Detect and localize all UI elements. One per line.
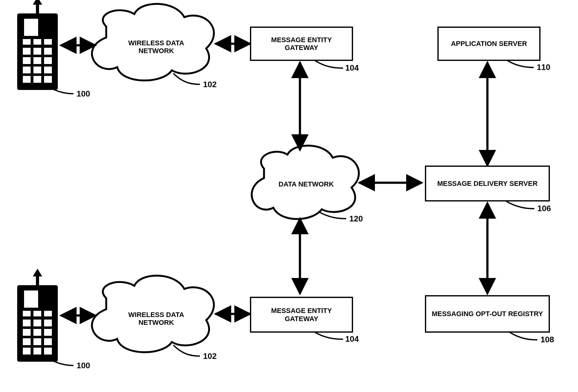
- svg-rect-5: [33, 39, 41, 45]
- svg-rect-9: [44, 48, 52, 55]
- ref-appsrv: 110: [537, 62, 550, 72]
- wireless-data-network-top-cloud: [92, 4, 214, 80]
- leader-wdn-top: [173, 73, 200, 84]
- wireless-data-network-bottom-cloud: [92, 275, 214, 352]
- svg-rect-28: [44, 320, 52, 326]
- svg-rect-29: [23, 329, 31, 336]
- ref-wdn-top: 102: [203, 80, 217, 89]
- svg-rect-24: [33, 311, 41, 316]
- application-server: APPLICATION SERVER: [437, 27, 541, 61]
- svg-rect-0: [36, 5, 39, 14]
- svg-rect-23: [23, 311, 31, 316]
- message-entity-gateway-bottom: MESSAGE ENTITY GATEWAY: [250, 297, 353, 333]
- node-label: WIRELESS DATA NETWORK: [117, 311, 195, 327]
- ref-mds: 106: [537, 204, 551, 213]
- svg-rect-10: [23, 57, 31, 64]
- svg-rect-3: [24, 19, 38, 36]
- leader-wdn-bot: [173, 345, 200, 356]
- leader-datanet: [319, 212, 346, 219]
- svg-rect-19: [36, 276, 39, 286]
- svg-rect-35: [23, 348, 31, 355]
- messaging-opt-out-registry: MESSAGING OPT-OUT REGISTRY: [425, 295, 550, 333]
- svg-rect-16: [23, 76, 31, 83]
- leader-meg-top: [315, 60, 343, 68]
- node-label: DATA NETWORK: [279, 180, 334, 188]
- svg-rect-27: [33, 320, 41, 326]
- svg-rect-33: [33, 338, 41, 345]
- svg-rect-6: [44, 39, 52, 45]
- svg-rect-31: [44, 329, 52, 336]
- svg-rect-4: [23, 39, 31, 45]
- ref-phone-top: 100: [77, 89, 90, 99]
- svg-rect-22: [24, 290, 38, 308]
- leader-registry: [509, 332, 537, 340]
- node-label: MESSAGE ENTITY GATEWAY: [254, 36, 349, 52]
- ref-wdn-bot: 102: [203, 351, 217, 361]
- ref-phone-bot: 100: [77, 361, 90, 370]
- ref-registry: 108: [541, 335, 554, 345]
- svg-rect-12: [44, 57, 52, 64]
- wireless-data-network-bottom-label: WIRELESS DATA NETWORK: [117, 301, 195, 336]
- svg-rect-7: [23, 48, 31, 55]
- svg-marker-1: [33, 0, 42, 5]
- svg-marker-20: [33, 269, 42, 276]
- node-label: MESSAGE ENTITY GATEWAY: [254, 307, 349, 323]
- leader-appsrv: [507, 60, 534, 67]
- node-label: MESSAGING OPT-OUT REGISTRY: [432, 310, 543, 318]
- svg-rect-37: [44, 348, 52, 355]
- svg-rect-30: [33, 329, 41, 336]
- svg-rect-17: [33, 76, 41, 83]
- svg-rect-36: [33, 348, 41, 355]
- svg-rect-26: [23, 320, 31, 326]
- svg-rect-25: [44, 311, 52, 316]
- svg-rect-13: [23, 67, 31, 73]
- data-network-label: DATA NETWORK: [272, 169, 341, 200]
- node-label: MESSAGE DELIVERY SERVER: [437, 180, 537, 187]
- svg-rect-2: [17, 13, 58, 90]
- svg-rect-11: [33, 57, 41, 64]
- ref-datanet: 120: [349, 214, 363, 224]
- leader-meg-bot: [315, 332, 343, 339]
- message-delivery-server: MESSAGE DELIVERY SERVER: [425, 166, 550, 201]
- svg-rect-21: [17, 285, 58, 362]
- node-label: WIRELESS DATA NETWORK: [117, 39, 195, 55]
- leader-mds: [506, 201, 534, 209]
- wireless-data-network-top-label: WIRELESS DATA NETWORK: [117, 30, 195, 64]
- svg-rect-8: [33, 48, 41, 55]
- message-entity-gateway-top: MESSAGE ENTITY GATEWAY: [250, 27, 353, 61]
- svg-rect-15: [44, 67, 52, 73]
- leader-phone-top: [46, 86, 73, 94]
- svg-rect-34: [44, 338, 52, 345]
- node-label: APPLICATION SERVER: [451, 40, 527, 47]
- data-network-cloud: [252, 146, 359, 219]
- diagram-canvas: MESSAGE ENTITY GATEWAY APPLICATION SERVE…: [0, 0, 578, 392]
- mobile-phone-top-icon: [17, 0, 58, 90]
- ref-meg-top: 104: [345, 63, 359, 73]
- ref-meg-bot: 104: [345, 334, 359, 344]
- svg-rect-18: [44, 76, 52, 83]
- svg-rect-14: [33, 67, 41, 73]
- leader-phone-bot: [46, 358, 73, 365]
- mobile-phone-bottom-icon: [17, 269, 58, 362]
- svg-rect-32: [23, 338, 31, 345]
